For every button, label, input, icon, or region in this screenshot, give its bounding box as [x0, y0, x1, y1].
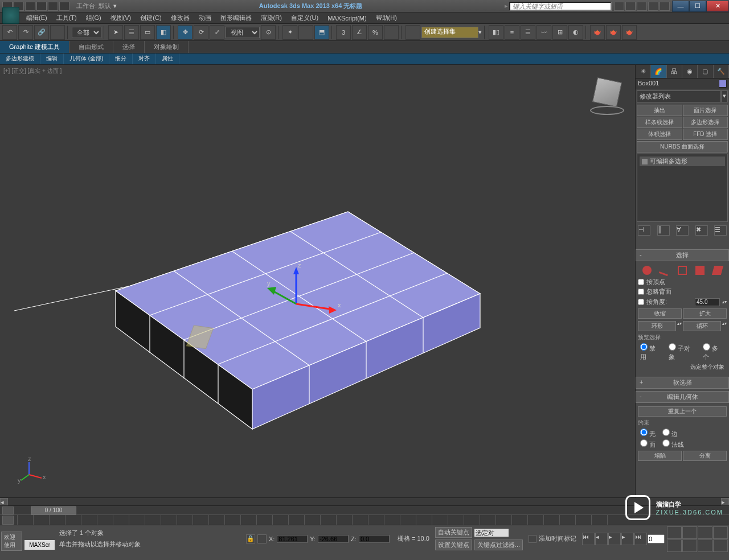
shrink-button[interactable]: 收缩: [638, 308, 682, 319]
orbit-icon[interactable]: [698, 540, 712, 552]
menu-create[interactable]: 创建(C): [137, 13, 165, 23]
workspace-label[interactable]: 工作台: 默认: [76, 2, 111, 10]
snaps-toggle-icon[interactable]: ⬒: [314, 25, 329, 40]
qat-redo-icon[interactable]: [48, 2, 58, 11]
edge-level-icon[interactable]: [659, 265, 671, 277]
angle-spinner[interactable]: [695, 298, 720, 306]
object-name-field[interactable]: Box001: [636, 79, 729, 89]
tab-motion-icon[interactable]: ◉: [682, 65, 698, 78]
polygon-level-icon[interactable]: [695, 266, 705, 275]
abs-rel-icon[interactable]: [257, 534, 267, 543]
zoom-icon[interactable]: [667, 526, 682, 539]
grow-button[interactable]: 扩大: [683, 308, 727, 319]
tab-objectpaint[interactable]: 对象绘制: [145, 41, 189, 53]
qat-undo-icon[interactable]: [36, 2, 47, 11]
tab-create-icon[interactable]: ✳: [636, 65, 651, 78]
pin-stack-icon[interactable]: ⊣: [638, 225, 650, 236]
collapse-button[interactable]: 塌陷: [638, 451, 682, 461]
select-name-icon[interactable]: ☰: [124, 25, 139, 40]
subscription-icon[interactable]: [625, 2, 636, 11]
pan-icon[interactable]: [682, 540, 697, 552]
undo-icon[interactable]: ↶: [2, 25, 17, 40]
time-slider-thumb[interactable]: 0 / 100: [31, 507, 76, 514]
selection-filter-dropdown[interactable]: 全部: [72, 27, 101, 38]
select-scale-icon[interactable]: ⤢: [210, 25, 224, 40]
rendered-frame-icon[interactable]: 🫖: [606, 25, 621, 40]
maxscript-listener-button[interactable]: MAXScr: [24, 540, 55, 550]
viewport[interactable]: [+] [正交] [真实 + 边面 ]: [0, 65, 635, 497]
menu-views[interactable]: 视图(V): [107, 13, 135, 23]
manipulate-icon[interactable]: ✦: [282, 25, 297, 40]
curve-editor-icon[interactable]: 〰: [536, 25, 551, 40]
select-rotate-icon[interactable]: ⟳: [194, 25, 208, 40]
named-selection-dropdown[interactable]: 创建选择集: [421, 27, 478, 38]
menu-edit[interactable]: 编辑(E): [23, 13, 51, 23]
infocenter-search-input[interactable]: [509, 2, 612, 11]
rollout-editgeom-header[interactable]: 编辑几何体: [636, 391, 729, 403]
redo-icon[interactable]: ↷: [18, 25, 33, 40]
subtab-subdiv[interactable]: 细分: [109, 53, 133, 64]
track-bar[interactable]: [0, 514, 729, 525]
menu-modifiers[interactable]: 修改器: [167, 13, 193, 23]
menu-tools[interactable]: 工具(T): [53, 13, 80, 23]
menu-animation[interactable]: 动画: [195, 13, 215, 23]
select-object-icon[interactable]: ➤: [108, 25, 123, 40]
subtab-edit[interactable]: 编辑: [40, 53, 64, 64]
tab-freeform[interactable]: 自由形式: [69, 41, 113, 53]
percent-snap-icon[interactable]: %: [368, 25, 383, 40]
modifier-stack[interactable]: 可编辑多边形: [637, 154, 728, 222]
by-vertex-checkbox[interactable]: 按顶点: [638, 277, 727, 287]
scroll-left-icon[interactable]: ◂: [0, 498, 8, 505]
viewport-scrollbar-h[interactable]: ◂ ▸: [0, 497, 729, 505]
goto-end-icon[interactable]: ⏭: [634, 533, 647, 545]
layer-manager-icon[interactable]: ☰: [521, 25, 535, 40]
app-menu-button[interactable]: [2, 7, 19, 24]
loop-button[interactable]: 循环: [683, 321, 721, 331]
ignore-backfacing-checkbox[interactable]: 忽略背面: [638, 287, 727, 297]
configure-sets-icon[interactable]: ☰: [714, 225, 727, 236]
favorites-icon[interactable]: [648, 2, 658, 11]
rollout-softsel-header[interactable]: 软选择: [636, 377, 729, 389]
subtab-align[interactable]: 对齐: [133, 53, 156, 64]
use-center-icon[interactable]: ⊙: [261, 25, 276, 40]
menu-maxscript[interactable]: MAXScript(M): [324, 14, 370, 23]
timeslider-lock-icon[interactable]: [2, 507, 14, 514]
constrain-normal-radio[interactable]: 法线: [662, 439, 684, 449]
menu-customize[interactable]: 自定义(U): [288, 13, 322, 23]
exchange-icon[interactable]: [637, 2, 647, 11]
mirror-icon[interactable]: ▮▯: [489, 25, 503, 40]
link-icon[interactable]: 🔗: [34, 25, 49, 40]
mod-ffdsel-button[interactable]: FFD 选择: [683, 129, 728, 140]
edit-named-sel-icon[interactable]: [406, 25, 420, 40]
search-icon[interactable]: [614, 2, 624, 11]
trackbar-toggle-icon[interactable]: [2, 516, 14, 525]
maximize-viewport-icon[interactable]: [713, 540, 728, 552]
z-coord-input[interactable]: [359, 535, 390, 543]
preview-subobj-radio[interactable]: 子对象: [669, 343, 697, 361]
subtab-geometry[interactable]: 几何体 (全部): [64, 53, 109, 64]
object-color-swatch[interactable]: [719, 80, 727, 88]
mod-extrude-button[interactable]: 抽出: [637, 105, 682, 116]
qat-link-icon[interactable]: [59, 2, 69, 11]
maximize-button[interactable]: ☐: [689, 1, 706, 12]
scroll-right-icon[interactable]: ▸: [721, 498, 729, 505]
play-icon[interactable]: ▸: [608, 533, 621, 545]
menu-grapheditors[interactable]: 图形编辑器: [217, 13, 255, 23]
constrain-edge-radio[interactable]: 边: [662, 429, 678, 438]
remove-mod-icon[interactable]: ✖: [695, 225, 708, 236]
angle-snap-icon[interactable]: ∠: [352, 25, 367, 40]
vertex-level-icon[interactable]: [642, 266, 652, 275]
subtab-polymodel[interactable]: 多边形建模: [0, 53, 40, 64]
keymode-dropdown[interactable]: 选定对: [474, 529, 509, 537]
mod-nurbs-button[interactable]: NURBS 曲面选择: [637, 141, 728, 153]
tab-utilities-icon[interactable]: 🔨: [714, 65, 729, 78]
menu-rendering[interactable]: 渲染(R): [257, 13, 285, 23]
current-frame-input[interactable]: [648, 534, 665, 543]
make-unique-icon[interactable]: ∀: [676, 225, 689, 236]
viewcube[interactable]: [587, 76, 627, 116]
ref-coord-dropdown[interactable]: 视图: [226, 27, 260, 38]
tab-display-icon[interactable]: ▢: [698, 65, 713, 78]
element-level-icon[interactable]: [712, 266, 723, 275]
keyfilters-button[interactable]: 关键点过滤器...: [474, 540, 523, 550]
mod-polysel-button[interactable]: 多边形选择: [683, 117, 728, 128]
